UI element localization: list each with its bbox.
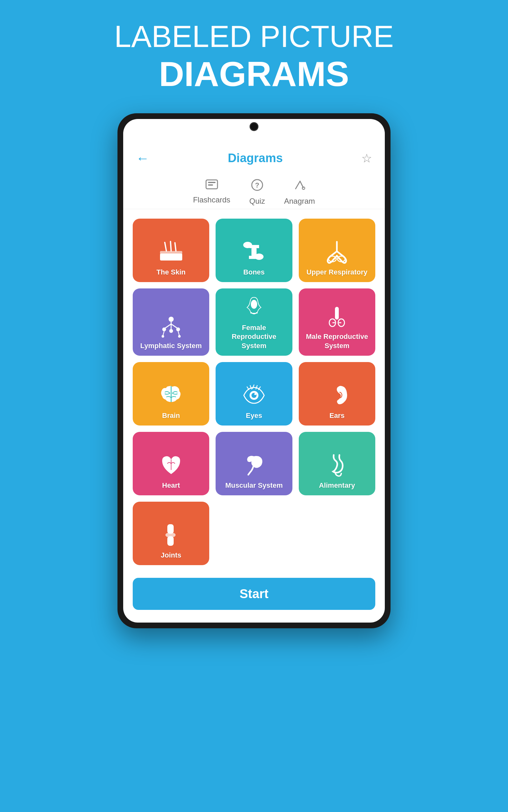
svg-rect-1 (208, 182, 216, 183)
anagram-label: Anagram (284, 197, 315, 206)
phone-screen: ← Diagrams ☆ Flashcards (123, 119, 385, 623)
eyes-label: Eyes (246, 411, 262, 421)
svg-rect-32 (335, 307, 339, 320)
svg-line-40 (252, 385, 254, 389)
joints-label: Joints (161, 551, 181, 560)
skin-label: The Skin (157, 268, 186, 277)
grid-item-the-skin[interactable]: The Skin (133, 219, 209, 282)
quiz-icon: ? (251, 179, 263, 194)
svg-point-30 (178, 335, 181, 338)
tab-bar: Flashcards ? Quiz (123, 172, 385, 209)
tab-flashcards[interactable]: Flashcards (193, 179, 230, 206)
hero-section: LABELED PICTURE DIAGRAMS (114, 19, 394, 113)
svg-rect-17 (251, 247, 257, 256)
hero-line2: DIAGRAMS (114, 54, 394, 94)
grid-item-eyes[interactable]: Eyes (216, 362, 292, 426)
svg-point-20 (169, 317, 174, 322)
grid-item-joints[interactable]: Joints (133, 502, 209, 565)
svg-point-26 (169, 329, 173, 333)
svg-line-28 (178, 331, 179, 336)
grid-item-bones[interactable]: Bones (216, 219, 292, 282)
svg-line-27 (163, 331, 164, 336)
bones-label: Bones (243, 268, 264, 277)
svg-line-5 (296, 181, 300, 189)
tab-quiz[interactable]: ? Quiz (249, 179, 265, 206)
lymphatic-label: Lymphatic System (140, 341, 202, 351)
female-reproductive-label: Female Reproductive System (219, 323, 289, 351)
respiratory-label: Upper Respiratory (306, 268, 367, 277)
grid-item-brain[interactable]: Brain (133, 362, 209, 426)
grid-item-female-reproductive[interactable]: Female Reproductive System (216, 288, 292, 356)
svg-point-25 (176, 328, 180, 331)
grid-item-lymphatic[interactable]: Lymphatic System (133, 288, 209, 356)
grid-item-alimentary[interactable]: Alimentary (299, 432, 375, 495)
svg-point-31 (251, 300, 257, 309)
svg-rect-47 (167, 536, 174, 546)
svg-rect-2 (208, 184, 213, 186)
quiz-label: Quiz (249, 197, 265, 206)
app-header: ← Diagrams ☆ (123, 144, 385, 172)
svg-line-12 (175, 243, 176, 251)
start-bar: Start (133, 578, 375, 610)
flashcard-icon (205, 179, 218, 193)
brain-label: Brain (162, 411, 180, 421)
camera (250, 122, 258, 131)
screen-content: ← Diagrams ☆ Flashcards (123, 119, 385, 623)
svg-line-11 (170, 241, 171, 251)
grid-item-upper-respiratory[interactable]: Upper Respiratory (299, 219, 375, 282)
heart-label: Heart (162, 481, 180, 490)
phone-frame: ← Diagrams ☆ Flashcards (118, 113, 390, 628)
svg-line-6 (300, 181, 303, 188)
svg-point-29 (162, 335, 164, 338)
grid-item-male-reproductive[interactable]: Male Reproductive System (299, 288, 375, 356)
back-button[interactable]: ← (136, 151, 149, 166)
svg-rect-8 (160, 253, 182, 260)
grid-item-heart[interactable]: Heart (133, 432, 209, 495)
favorite-button[interactable]: ☆ (361, 151, 372, 165)
muscular-label: Muscular System (225, 481, 283, 490)
svg-point-24 (162, 328, 166, 331)
alimentary-label: Alimentary (319, 481, 355, 490)
ears-label: Ears (329, 411, 344, 421)
page-title: Diagrams (228, 151, 283, 165)
grid-item-ears[interactable]: Ears (299, 362, 375, 426)
tab-anagram[interactable]: Anagram (284, 179, 315, 206)
anagram-icon (293, 179, 306, 194)
hero-line1: LABELED PICTURE (114, 19, 394, 54)
svg-point-48 (165, 532, 176, 537)
start-button[interactable]: Start (133, 578, 375, 610)
svg-point-39 (254, 393, 256, 395)
svg-line-10 (165, 242, 166, 251)
male-reproductive-label: Male Reproductive System (302, 332, 372, 350)
grid-item-muscular[interactable]: Muscular System (216, 432, 292, 495)
svg-point-7 (302, 187, 305, 189)
diagram-grid: The Skin Bones (123, 209, 385, 571)
svg-text:?: ? (255, 181, 259, 189)
svg-rect-46 (167, 524, 174, 534)
flashcards-label: Flashcards (193, 195, 230, 204)
